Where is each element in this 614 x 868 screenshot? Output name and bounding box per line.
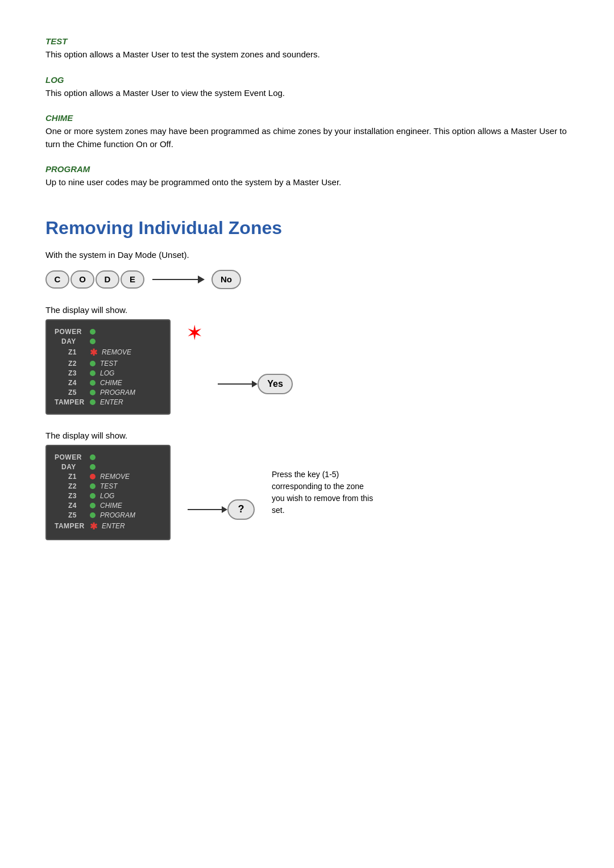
lcd-text-z1-1: REMOVE	[102, 348, 131, 356]
lcd-label-tamper-2: TAMPER	[55, 522, 86, 530]
lcd-led-day-2	[90, 464, 96, 470]
lcd-led-tamper-1	[90, 399, 96, 405]
lcd-row-day-1: DAY	[55, 337, 161, 345]
lcd-label-day-2: DAY	[55, 463, 86, 471]
lcd-text-tamper-1: ENTER	[100, 398, 123, 406]
lcd-text-z5-2: PROGRAM	[100, 511, 135, 519]
lcd-label-z1-1: Z1	[55, 348, 86, 356]
lcd-row-z2-1: Z2 TEST	[55, 360, 161, 368]
display1-arrow-group: Yes	[218, 319, 293, 415]
display2-container: POWER DAY Z1 REMOVE Z2 TEST Z3 LOG Z4	[45, 445, 569, 540]
lcd-row-power-2: POWER	[55, 453, 161, 461]
display2-label: The display will show.	[45, 431, 569, 440]
lcd-row-power-1: POWER	[55, 328, 161, 336]
keycode-arrow	[152, 276, 205, 283]
log-body: This option allows a Master User to view…	[45, 87, 569, 100]
lcd-led-z4-1	[90, 380, 96, 386]
display1-star-indicator: ✶	[188, 324, 201, 343]
intro-text: With the system in Day Mode (Unset).	[45, 250, 569, 260]
lcd-label-z2-2: Z2	[55, 482, 86, 490]
display1-yes-arrow: Yes	[218, 374, 293, 394]
key-o[interactable]: O	[70, 270, 94, 289]
lcd-row-z3-2: Z3 LOG	[55, 492, 161, 500]
lcd-text-z3-1: LOG	[100, 369, 114, 377]
lcd-arrow-1	[218, 381, 258, 387]
lcd-row-z4-1: Z4 CHIME	[55, 379, 161, 387]
lcd-star-z1-1: ✱	[90, 347, 97, 358]
section-program: PROGRAM Up to nine user codes may be pro…	[45, 164, 569, 189]
lcd-led-day-1	[90, 339, 96, 344]
lcd-text-z2-2: TEST	[100, 482, 118, 490]
lcd-label-power-2: POWER	[55, 453, 86, 461]
lcd-text-z3-2: LOG	[100, 492, 114, 500]
key-d[interactable]: D	[96, 270, 119, 289]
chime-title: CHIME	[45, 113, 569, 123]
lcd-text-z4-1: CHIME	[100, 379, 122, 387]
lcd-led-z2-1	[90, 361, 96, 366]
lcd-label-z3-2: Z3	[55, 492, 86, 500]
lcd-led-z3-2	[90, 493, 96, 499]
lcd-text-z5-1: PROGRAM	[100, 389, 135, 397]
lcd-label-z5-2: Z5	[55, 511, 86, 519]
lcd-label-z4-2: Z4	[55, 502, 86, 510]
lcd-led-z3-1	[90, 370, 96, 376]
display2-arrow-group: ?	[188, 445, 255, 540]
lcd-led-z1-2	[90, 474, 96, 479]
chime-body: One or more system zones may have been p…	[45, 125, 569, 151]
lcd-text-z1-2: REMOVE	[100, 473, 130, 481]
page-heading: Removing Individual Zones	[45, 218, 569, 239]
lcd-led-power-2	[90, 454, 96, 460]
test-body: This option allows a Master User to test…	[45, 48, 569, 61]
yes-button[interactable]: Yes	[258, 374, 293, 394]
lcd-row-day-2: DAY	[55, 463, 161, 471]
lcd-led-power-1	[90, 329, 96, 335]
display2-question-arrow: ?	[188, 499, 255, 520]
lcd-text-tamper-2: ENTER	[102, 522, 125, 530]
lcd-led-z5-2	[90, 512, 96, 518]
section-test: TEST This option allows a Master User to…	[45, 36, 569, 61]
key-c[interactable]: C	[45, 270, 69, 289]
lcd-label-power-1: POWER	[55, 328, 86, 336]
lcd-panel-1: POWER DAY Z1 ✱ REMOVE Z2 TEST Z3 LOG Z4	[45, 319, 171, 415]
question-button[interactable]: ?	[227, 499, 255, 520]
lcd-label-z1-2: Z1	[55, 473, 86, 481]
test-title: TEST	[45, 36, 569, 46]
sections-container: TEST This option allows a Master User to…	[45, 36, 569, 189]
lcd-led-z4-2	[90, 503, 96, 508]
section-log: LOG This option allows a Master User to …	[45, 75, 569, 100]
program-body: Up to nine user codes may be programmed …	[45, 176, 569, 189]
lcd-led-z2-2	[90, 483, 96, 489]
log-title: LOG	[45, 75, 569, 85]
lcd-arrow-2	[188, 506, 227, 513]
lcd-row-z5-1: Z5 PROGRAM	[55, 389, 161, 397]
lcd-row-tamper-2: TAMPER ✱ ENTER	[55, 521, 161, 532]
keycode-row: C O D E No	[45, 270, 569, 289]
press-text: Press the key (1-5) corresponding to the…	[272, 469, 374, 516]
lcd-label-z4-1: Z4	[55, 379, 86, 387]
display1-container: POWER DAY Z1 ✱ REMOVE Z2 TEST Z3 LOG Z4	[45, 319, 569, 415]
lcd-led-z5-1	[90, 390, 96, 395]
lcd-row-tamper-1: TAMPER ENTER	[55, 398, 161, 406]
lcd-row-z1-1: Z1 ✱ REMOVE	[55, 347, 161, 358]
lcd-label-tamper-1: TAMPER	[55, 398, 86, 406]
program-title: PROGRAM	[45, 164, 569, 174]
lcd-label-z2-1: Z2	[55, 360, 86, 368]
lcd-label-z3-1: Z3	[55, 369, 86, 377]
lcd-label-z5-1: Z5	[55, 389, 86, 397]
lcd-row-z5-2: Z5 PROGRAM	[55, 511, 161, 519]
lcd-text-z2-1: TEST	[100, 360, 118, 368]
lcd-panel-2: POWER DAY Z1 REMOVE Z2 TEST Z3 LOG Z4	[45, 445, 171, 540]
lcd-row-z3-1: Z3 LOG	[55, 369, 161, 377]
key-no[interactable]: No	[211, 270, 241, 289]
display1-label: The display will show.	[45, 305, 569, 315]
section-chime: CHIME One or more system zones may have …	[45, 113, 569, 151]
lcd-text-z4-2: CHIME	[100, 502, 122, 510]
lcd-star-tamper-2: ✱	[90, 521, 97, 532]
lcd-row-z2-2: Z2 TEST	[55, 482, 161, 490]
lcd-row-z1-2: Z1 REMOVE	[55, 473, 161, 481]
lcd-label-day-1: DAY	[55, 337, 86, 345]
lcd-row-z4-2: Z4 CHIME	[55, 502, 161, 510]
key-e[interactable]: E	[121, 270, 144, 289]
